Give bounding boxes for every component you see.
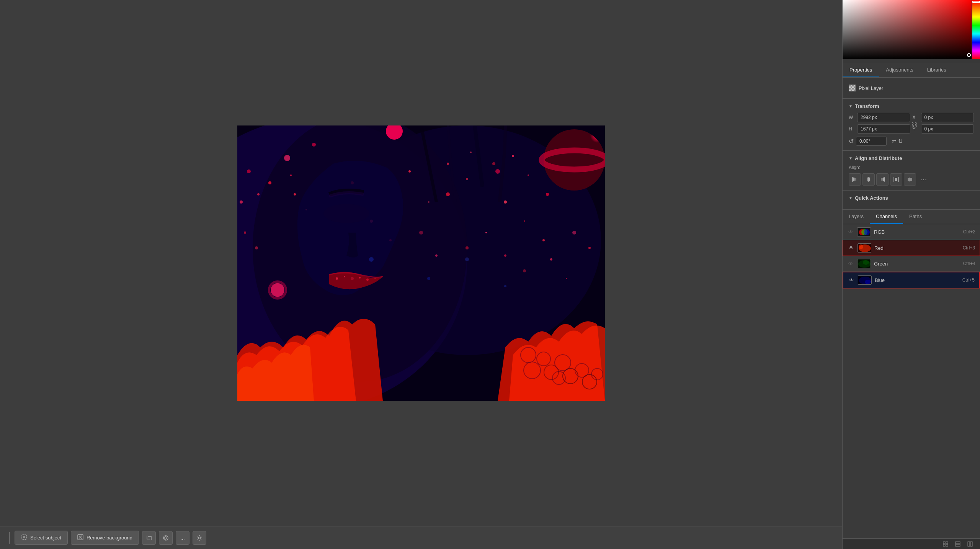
pixel-layer-section: Pixel Layer <box>843 78 980 99</box>
settings-button[interactable] <box>193 531 206 545</box>
more-options-button[interactable]: ... <box>176 531 189 545</box>
align-center-button[interactable] <box>862 173 875 186</box>
flip-horizontal-icon[interactable]: ⇄ <box>892 138 897 144</box>
svg-point-19 <box>495 169 500 174</box>
tab-properties[interactable]: Properties <box>843 63 879 77</box>
eye-icon-red[interactable]: 👁 <box>848 244 854 251</box>
crop-icon-button[interactable] <box>142 531 156 545</box>
panel-settings-icon[interactable] <box>966 540 974 548</box>
color-picker-area[interactable] <box>843 0 980 63</box>
more-options-label: ... <box>180 535 185 541</box>
transform-header[interactable]: ▼ Transform <box>849 103 974 109</box>
svg-point-57 <box>247 169 251 173</box>
hue-indicator <box>972 1 980 3</box>
svg-point-37 <box>366 279 369 281</box>
svg-rect-109 <box>956 542 960 544</box>
svg-point-66 <box>528 174 529 176</box>
tab-adjustments[interactable]: Adjustments <box>879 63 920 77</box>
panel-arrange-icon[interactable] <box>954 540 962 548</box>
align-left-button[interactable] <box>849 173 861 186</box>
svg-point-9 <box>294 193 296 195</box>
align-label: Align: <box>849 165 974 170</box>
align-title: Align and Distribute <box>855 155 902 161</box>
channel-name-red: Red <box>874 245 960 251</box>
svg-point-7 <box>544 129 605 191</box>
quick-actions-header[interactable]: ▼ Quick Actions <box>849 195 974 201</box>
eye-icon-blue[interactable]: 👁 <box>848 277 855 283</box>
eye-icon-green[interactable]: 👁 <box>847 260 854 267</box>
align-header[interactable]: ▼ Align and Distribute <box>849 155 974 161</box>
tab-libraries[interactable]: Libraries <box>920 63 953 77</box>
distribute-center-button[interactable] <box>904 173 916 186</box>
select-subject-button[interactable]: Select subject <box>15 531 68 545</box>
svg-rect-108 <box>946 544 948 546</box>
svg-point-74 <box>165 537 167 539</box>
channel-row-green[interactable]: 👁 Green Ctrl+4 <box>843 256 980 272</box>
pixel-layer-row: Pixel Layer <box>849 82 974 94</box>
distribute-horiz-button[interactable] <box>890 173 902 186</box>
svg-point-30 <box>572 231 576 235</box>
canvas-image[interactable] <box>237 125 605 401</box>
more-align-button[interactable]: ··· <box>918 173 930 186</box>
rotation-input[interactable] <box>856 137 887 146</box>
hue-slider[interactable] <box>972 0 980 59</box>
flip-icons: ⇄ ⇅ <box>892 138 903 144</box>
svg-point-32 <box>323 204 369 223</box>
align-right-button[interactable] <box>876 173 889 186</box>
height-input[interactable] <box>857 124 910 134</box>
channel-shortcut-blue: Ctrl+5 <box>962 277 975 283</box>
eye-icon-rgb[interactable]: 👁 <box>847 228 854 235</box>
remove-background-button[interactable]: Remove background <box>71 531 139 545</box>
svg-rect-79 <box>853 178 856 181</box>
svg-rect-106 <box>946 542 948 544</box>
channel-name-blue: Blue <box>875 277 959 283</box>
width-row: W <box>849 113 910 122</box>
quick-actions-arrow-icon: ▼ <box>849 196 853 200</box>
svg-point-36 <box>359 277 361 279</box>
link-dimensions-icon[interactable]: ⛓ <box>911 117 918 133</box>
filter-icon-button[interactable] <box>159 531 173 545</box>
channel-thumbnail-red <box>858 243 871 253</box>
tab-layers[interactable]: Layers <box>843 210 870 224</box>
svg-point-35 <box>351 277 354 280</box>
svg-point-62 <box>447 163 449 165</box>
y-input[interactable] <box>921 124 974 134</box>
width-label: W <box>849 115 855 120</box>
svg-point-16 <box>504 200 507 204</box>
select-subject-label: Select subject <box>30 535 61 541</box>
channel-row-blue[interactable]: 👁 Blue Ctrl+5 <box>843 272 980 288</box>
svg-rect-91 <box>910 178 912 181</box>
artwork-svg <box>237 125 605 401</box>
transform-title: Transform <box>855 103 879 109</box>
svg-point-14 <box>446 192 450 196</box>
svg-point-18 <box>542 239 545 241</box>
channel-row-rgb[interactable]: 👁 RGB Ctrl+2 <box>843 224 980 240</box>
x-input[interactable] <box>921 113 974 122</box>
svg-rect-112 <box>970 542 972 546</box>
svg-rect-110 <box>956 544 960 546</box>
svg-point-26 <box>504 254 506 257</box>
svg-point-31 <box>588 247 591 249</box>
svg-point-52 <box>427 277 430 280</box>
height-label: H <box>849 126 855 132</box>
rotation-icon: ↺ <box>849 138 854 145</box>
layers-tabs: Layers Channels Paths <box>843 210 980 224</box>
pixel-layer-label: Pixel Layer <box>859 85 883 91</box>
svg-point-67 <box>546 193 549 196</box>
svg-point-12 <box>408 170 411 173</box>
svg-point-13 <box>428 201 430 203</box>
channel-thumbnail-blue <box>858 275 872 285</box>
width-input[interactable] <box>857 113 910 122</box>
svg-point-29 <box>566 278 567 279</box>
svg-point-49 <box>271 283 284 297</box>
grid-layout-icon[interactable] <box>942 540 949 548</box>
flip-vertical-icon[interactable]: ⇅ <box>898 138 903 144</box>
channel-row-red[interactable]: 👁 Red Ctrl+3 <box>843 240 980 256</box>
tab-paths[interactable]: Paths <box>903 210 928 224</box>
canvas-wrapper <box>0 0 842 526</box>
align-arrow-icon: ▼ <box>849 156 853 160</box>
svg-point-104 <box>865 280 871 284</box>
tab-channels[interactable]: Channels <box>870 210 903 224</box>
svg-rect-107 <box>943 544 945 546</box>
svg-point-77 <box>198 537 200 539</box>
